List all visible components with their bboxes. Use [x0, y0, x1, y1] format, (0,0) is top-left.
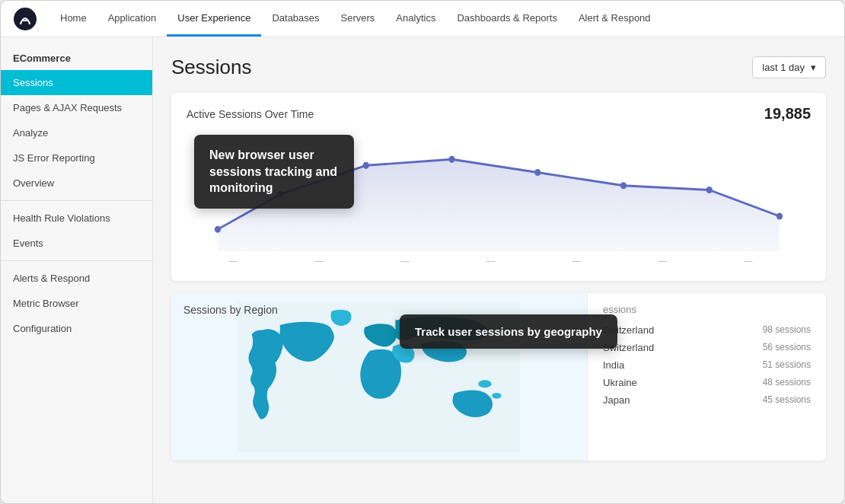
app-window: Home Application User Experience Databas… — [0, 0, 845, 504]
geo-tooltip: Track user sessions by geography — [400, 314, 617, 349]
time-label: last 1 day — [762, 62, 805, 73]
chart-header: Active Sessions Over Time 19,885 — [171, 93, 826, 129]
nav-alert-respond[interactable]: Alert & Respond — [568, 1, 662, 37]
svg-text:—: — — [658, 256, 667, 267]
svg-point-8 — [215, 226, 221, 233]
region-row-1: Switzerland 98 sessions — [603, 321, 811, 339]
region-title: Sessions by Region — [183, 304, 278, 316]
sidebar-item-overview[interactable]: Overview — [1, 171, 152, 196]
nav-items: Home Application User Experience Databas… — [49, 1, 662, 37]
chart-value: 19,885 — [764, 105, 811, 123]
region-name-3: India — [603, 359, 624, 371]
sessions-region-card: Sessions by Region — [171, 293, 826, 461]
svg-point-13 — [620, 182, 627, 189]
nav-user-experience[interactable]: User Experience — [167, 1, 261, 37]
nav-servers[interactable]: Servers — [330, 1, 386, 37]
page-title: Sessions — [171, 56, 252, 79]
nav-home[interactable]: Home — [49, 1, 97, 37]
sidebar-item-health-rule[interactable]: Health Rule Violations — [1, 206, 152, 231]
sidebar-item-configuration[interactable]: Configuration — [1, 316, 152, 341]
sidebar-item-alerts-respond[interactable]: Alerts & Respond — [1, 266, 152, 291]
content-area: Sessions last 1 day ▾ Active Sessions Ov… — [153, 37, 844, 503]
region-name-5: Japan — [603, 394, 630, 406]
top-nav: Home Application User Experience Databas… — [1, 1, 844, 37]
nav-dashboards[interactable]: Dashboards & Reports — [446, 1, 568, 37]
sidebar-item-events[interactable]: Events — [1, 231, 152, 256]
svg-text:—: — — [229, 256, 238, 267]
nav-application[interactable]: Application — [97, 1, 167, 37]
svg-text:—: — — [400, 256, 409, 267]
svg-point-15 — [776, 212, 783, 219]
svg-point-17 — [479, 380, 492, 388]
region-list-area: essions Switzerland 98 sessions Switzerl… — [587, 293, 826, 461]
app-logo — [13, 7, 37, 31]
sidebar-item-analyze[interactable]: Analyze — [1, 120, 152, 145]
svg-point-11 — [448, 156, 454, 163]
sidebar-item-pages-ajax[interactable]: Pages & AJAX Requests — [1, 95, 152, 120]
nav-analytics[interactable]: Analytics — [385, 1, 446, 37]
region-row-5: Japan 45 sessions — [603, 391, 811, 409]
svg-point-14 — [706, 187, 713, 193]
region-name-4: Ukraine — [603, 377, 637, 388]
svg-text:—: — — [572, 256, 581, 267]
region-sessions-3: 51 sessions — [763, 359, 811, 371]
active-sessions-card: Active Sessions Over Time 19,885 — — — —… — [171, 93, 826, 281]
chart-title: Active Sessions Over Time — [187, 108, 314, 120]
time-dropdown[interactable]: last 1 day ▾ — [752, 56, 826, 78]
sidebar: ECommerce Sessions Pages & AJAX Requests… — [1, 37, 153, 503]
svg-point-18 — [492, 393, 501, 398]
region-sessions-5: 45 sessions — [763, 394, 811, 406]
region-row-2: Switzerland 56 sessions — [603, 339, 811, 356]
page-header: Sessions last 1 day ▾ — [171, 56, 826, 79]
svg-text:—: — — [486, 256, 495, 267]
sessions-tooltip: New browser user sessions tracking and m… — [194, 135, 354, 209]
svg-text:—: — — [744, 256, 752, 267]
region-sessions-4: 48 sessions — [763, 377, 811, 388]
region-sessions-2: 56 sessions — [763, 342, 811, 353]
svg-point-12 — [534, 169, 540, 176]
region-list-title: essions — [603, 304, 811, 315]
region-sessions-1: 98 sessions — [763, 324, 811, 336]
sidebar-divider-2 — [1, 260, 152, 261]
region-row-4: Ukraine 48 sessions — [603, 374, 811, 391]
sidebar-item-metric-browser[interactable]: Metric Browser — [1, 291, 152, 316]
main-layout: ECommerce Sessions Pages & AJAX Requests… — [1, 37, 844, 503]
svg-text:—: — — [315, 256, 324, 267]
chevron-down-icon: ▾ — [811, 62, 816, 73]
region-row-3: India 51 sessions — [603, 356, 811, 374]
sidebar-section-label: ECommerce — [1, 43, 152, 70]
sidebar-item-js-error[interactable]: JS Error Reporting — [1, 145, 152, 171]
svg-point-10 — [363, 162, 369, 169]
sidebar-item-sessions[interactable]: Sessions — [1, 70, 152, 95]
sidebar-divider-1 — [1, 200, 152, 201]
nav-databases[interactable]: Databases — [261, 1, 330, 37]
